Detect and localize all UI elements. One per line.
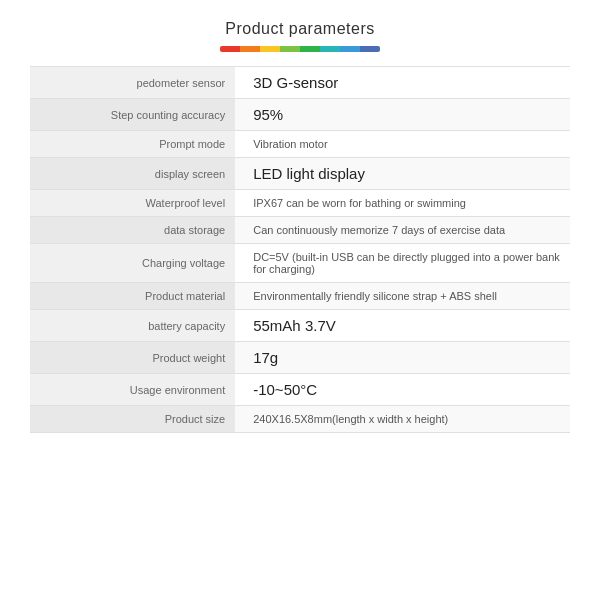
color-segment <box>300 46 320 52</box>
param-value-text: LED light display <box>253 165 365 182</box>
param-value-text: 95% <box>253 106 283 123</box>
param-label: pedometer sensor <box>30 67 235 99</box>
param-label: Step counting accuracy <box>30 99 235 131</box>
table-row: Step counting accuracy95% <box>30 99 570 131</box>
param-label: Prompt mode <box>30 131 235 158</box>
page: Product parameters pedometer sensor3D G-… <box>0 0 600 600</box>
table-row: data storageCan continuously memorize 7 … <box>30 217 570 244</box>
param-value: DC=5V (built-in USB can be directly plug… <box>235 244 570 283</box>
param-value-text: 3D G-sensor <box>253 74 338 91</box>
param-value: Environmentally friendly silicone strap … <box>235 283 570 310</box>
table-row: pedometer sensor3D G-sensor <box>30 67 570 99</box>
param-value: 240X16.5X8mm(length x width x height) <box>235 406 570 433</box>
parameters-table: pedometer sensor3D G-sensorStep counting… <box>30 66 570 433</box>
param-label: Usage environment <box>30 374 235 406</box>
param-value-text: 55mAh 3.7V <box>253 317 336 334</box>
param-value-text: Vibration motor <box>253 138 327 150</box>
param-value: 3D G-sensor <box>235 67 570 99</box>
table-row: display screenLED light display <box>30 158 570 190</box>
table-row: Product weight17g <box>30 342 570 374</box>
param-label: Product weight <box>30 342 235 374</box>
param-value-text: 240X16.5X8mm(length x width x height) <box>253 413 448 425</box>
param-value: 55mAh 3.7V <box>235 310 570 342</box>
param-value: Vibration motor <box>235 131 570 158</box>
table-row: Product size240X16.5X8mm(length x width … <box>30 406 570 433</box>
param-value-text: -10~50°C <box>253 381 317 398</box>
param-label: Product size <box>30 406 235 433</box>
color-segment <box>280 46 300 52</box>
color-segment <box>340 46 360 52</box>
param-label: battery capacity <box>30 310 235 342</box>
param-value: LED light display <box>235 158 570 190</box>
param-value-text: 17g <box>253 349 278 366</box>
param-label: display screen <box>30 158 235 190</box>
color-bar <box>220 46 380 52</box>
color-segment <box>360 46 380 52</box>
param-value: -10~50°C <box>235 374 570 406</box>
table-row: Waterproof levelIPX67 can be worn for ba… <box>30 190 570 217</box>
param-value: 17g <box>235 342 570 374</box>
param-label: data storage <box>30 217 235 244</box>
table-row: Prompt modeVibration motor <box>30 131 570 158</box>
param-value: IPX67 can be worn for bathing or swimmin… <box>235 190 570 217</box>
param-value-text: IPX67 can be worn for bathing or swimmin… <box>253 197 466 209</box>
param-value-text: Environmentally friendly silicone strap … <box>253 290 497 302</box>
color-segment <box>260 46 280 52</box>
table-row: Charging voltageDC=5V (built-in USB can … <box>30 244 570 283</box>
table-row: Product materialEnvironmentally friendly… <box>30 283 570 310</box>
table-row: Usage environment-10~50°C <box>30 374 570 406</box>
param-value-text: Can continuously memorize 7 days of exer… <box>253 224 505 236</box>
color-segment <box>220 46 240 52</box>
table-row: battery capacity55mAh 3.7V <box>30 310 570 342</box>
param-value: 95% <box>235 99 570 131</box>
color-segment <box>320 46 340 52</box>
param-label: Waterproof level <box>30 190 235 217</box>
param-label: Charging voltage <box>30 244 235 283</box>
param-label: Product material <box>30 283 235 310</box>
color-segment <box>240 46 260 52</box>
page-title: Product parameters <box>225 20 375 38</box>
param-value: Can continuously memorize 7 days of exer… <box>235 217 570 244</box>
param-value-text: DC=5V (built-in USB can be directly plug… <box>253 251 560 275</box>
